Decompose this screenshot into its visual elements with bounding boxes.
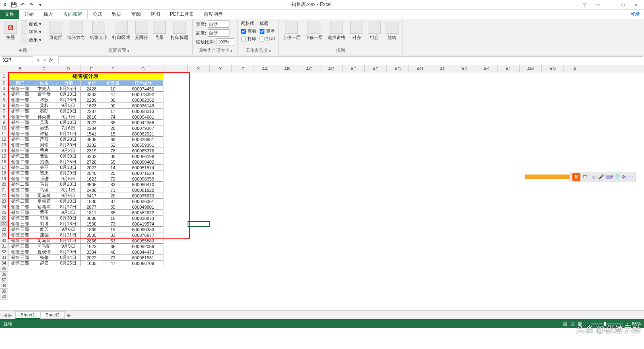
print-titles-button[interactable]: 打印标题 — [169, 20, 190, 41]
table-cell[interactable]: 1623 — [80, 103, 103, 109]
ime-icon[interactable]: ⋯ — [628, 174, 633, 180]
table-cell[interactable]: 8月14日 — [56, 255, 80, 261]
col-header[interactable]: F — [103, 65, 123, 72]
table-cell[interactable]: 8月18日 — [56, 199, 80, 204]
table-cell[interactable]: 2488 — [80, 187, 103, 193]
table-cell[interactable]: 销售一部 — [8, 103, 32, 109]
zoom-in-icon[interactable]: + — [626, 321, 629, 326]
table-cell[interactable]: 8月21日 — [56, 232, 80, 238]
table-cell[interactable]: 28 — [103, 125, 123, 131]
table-cell[interactable]: 71 — [103, 187, 123, 193]
table-cell[interactable]: 7月6日 — [56, 125, 80, 131]
row-header[interactable]: 5 — [0, 97, 8, 103]
table-cell[interactable]: 刘谌 — [32, 221, 56, 227]
table-cell[interactable]: 曹彰 — [32, 154, 56, 159]
row-header[interactable]: 15 — [0, 154, 8, 159]
table-cell[interactable]: 销售二部 — [8, 159, 32, 165]
table-cell[interactable]: 9月1日 — [56, 114, 80, 120]
table-cell[interactable]: 9月6日 — [56, 227, 80, 232]
height-combo[interactable]: 自动 — [208, 29, 229, 37]
table-cell[interactable]: 8月29日 — [56, 109, 80, 114]
row-header[interactable]: 12 — [0, 137, 8, 142]
table-cell[interactable]: 52 — [103, 142, 123, 148]
name-box[interactable]: X27 — [1, 56, 33, 64]
table-cell[interactable]: 8月18日 — [56, 221, 80, 227]
table-cell[interactable]: 3505 — [80, 137, 103, 142]
undo-icon[interactable]: ↶ — [19, 2, 26, 8]
col-header[interactable]: E — [80, 65, 103, 72]
tab-开始[interactable]: 开始 — [19, 10, 39, 19]
col-header[interactable]: Z — [232, 65, 254, 72]
table-cell[interactable]: 3088 — [80, 216, 103, 221]
table-cell[interactable]: 36 — [103, 154, 123, 159]
table-cell[interactable]: 600094681 — [123, 114, 163, 120]
col-header[interactable]: D — [56, 65, 80, 72]
table-cell[interactable]: 8月26日 — [56, 97, 80, 103]
tab-nav-prev-icon[interactable]: ◀ — [3, 312, 7, 318]
table-cell[interactable]: 55 — [103, 204, 123, 210]
table-cell[interactable]: 600062921 — [123, 131, 163, 137]
table-cell[interactable]: 90 — [103, 103, 123, 109]
col-header[interactable]: AE — [343, 65, 365, 72]
table-cell[interactable]: 2284 — [80, 125, 103, 131]
col-header[interactable]: A — [564, 65, 586, 72]
table-cell[interactable]: 销售三部 — [8, 232, 32, 238]
row-header[interactable]: 22 — [0, 193, 8, 199]
row-header[interactable]: 13 — [0, 142, 8, 148]
table-cell[interactable]: 600081531 — [123, 255, 163, 261]
redo-icon[interactable]: ↷ — [28, 2, 35, 8]
table-cell[interactable]: 诸葛均 — [32, 204, 56, 210]
tab-审阅[interactable]: 审阅 — [126, 10, 146, 19]
row-header[interactable]: 6 — [0, 103, 8, 109]
ime-icon[interactable]: 🛠 — [622, 174, 627, 180]
row-header[interactable]: 26 — [0, 216, 8, 221]
table-cell[interactable]: 25 — [103, 170, 123, 176]
print-area-button[interactable]: 打印区域 — [111, 20, 132, 41]
row-header[interactable]: 8 — [0, 114, 8, 120]
table-cell[interactable]: 销售三部 — [8, 221, 32, 227]
table-cell[interactable]: 曹爽 — [32, 148, 56, 154]
ime-icon[interactable]: 🎤 — [598, 174, 604, 180]
ime-sogou-icon[interactable]: S — [572, 173, 580, 181]
table-cell[interactable]: 8月27日 — [56, 204, 80, 210]
row-header[interactable]: 30 — [0, 238, 8, 244]
table-cell[interactable]: 46 — [103, 249, 123, 255]
table-cell[interactable]: 20 — [103, 193, 123, 199]
table-cell[interactable]: 33 — [103, 232, 123, 238]
table-cell[interactable]: 17 — [103, 109, 123, 114]
table-cell[interactable]: 15 — [103, 131, 123, 137]
table-cell[interactable]: 8月11日 — [56, 238, 80, 244]
table-cell[interactable]: 销售一部 — [8, 148, 32, 154]
close-icon[interactable]: ✕ — [631, 1, 641, 9]
table-cell[interactable]: 600055883 — [123, 238, 163, 244]
themes-button[interactable]: 🅰️主题 — [2, 20, 19, 41]
row-header[interactable]: 21 — [0, 187, 8, 193]
table-cell[interactable]: 600066709 — [123, 261, 163, 266]
table-cell[interactable]: 9月5日 — [56, 176, 80, 182]
table-cell[interactable]: 销售一部 — [8, 86, 32, 92]
table-cell[interactable]: 600060410 — [123, 182, 163, 187]
table-cell[interactable]: 600035673 — [123, 193, 163, 199]
table-cell[interactable]: 2022 — [80, 255, 103, 261]
table-cell[interactable]: 销售二部 — [8, 193, 32, 199]
table-cell[interactable]: 销售一部 — [8, 92, 32, 97]
table-cell[interactable]: 关羽 — [32, 165, 56, 170]
ime-icon[interactable]: ☺ — [592, 174, 597, 180]
col-header[interactable]: AA — [254, 65, 276, 72]
table-cell[interactable]: 9月6日 — [56, 193, 80, 199]
tab-数据[interactable]: 数据 — [107, 10, 126, 19]
row-header[interactable]: 2 — [0, 80, 8, 86]
table-cell[interactable]: 600044473 — [123, 249, 163, 255]
table-cell[interactable]: 秦朗 — [32, 109, 56, 114]
table-cell[interactable]: 600071524 — [123, 170, 163, 176]
table-cell[interactable]: 销售一部 — [8, 137, 32, 142]
cancel-icon[interactable]: ✕ — [36, 57, 40, 63]
table-cell[interactable]: 马超 — [32, 182, 56, 187]
table-cell[interactable]: 600090383 — [123, 227, 163, 232]
col-header[interactable]: AN — [542, 65, 564, 72]
row-header[interactable]: 4 — [0, 92, 8, 97]
table-cell[interactable]: 销售二部 — [8, 187, 32, 193]
table-cell[interactable]: 78 — [103, 148, 123, 154]
table-cell[interactable]: 2428 — [80, 86, 103, 92]
table-cell[interactable]: 夏侯惇 — [32, 249, 56, 255]
